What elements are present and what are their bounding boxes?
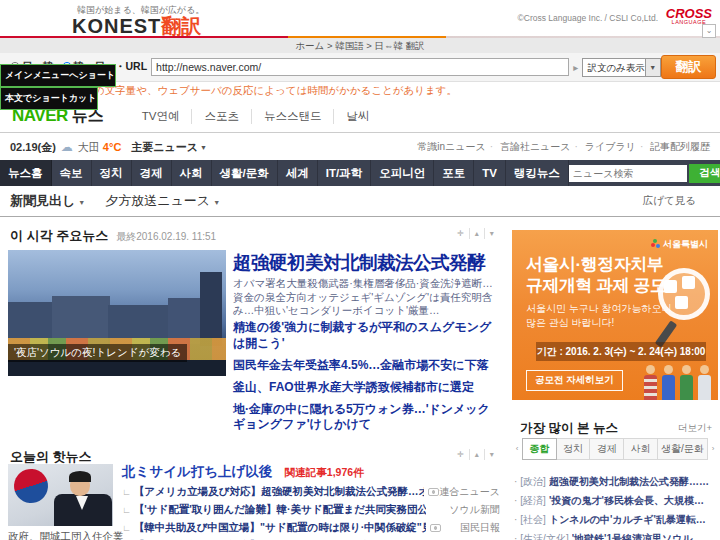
translate-button[interactable]: 翻訳 [661,55,716,79]
news-source[interactable]: 国民日報 [460,521,500,535]
city-label: 大田 [78,140,100,155]
seoul-city-ad-banner[interactable]: 서울특별시 서울시·행정자치부 규제개혁 과제 공모 서울시민 누구나 참여가능… [512,230,718,400]
category-label: [政治] [520,475,546,489]
go-arrow-icon[interactable]: ▸ [573,62,578,73]
nav-news-home[interactable]: 뉴스홈 [0,160,52,186]
news-link[interactable]: 国民年金去年受益率4.5%…金融市場不安に下落 [233,358,501,374]
tick-icon: ∟ [122,487,131,497]
link-article-history[interactable]: 記事配列履歴 [650,141,710,152]
hot-news-photo[interactable] [8,464,113,526]
evening-broadcast-dropdown[interactable]: 夕方放送ニュース▼ [105,192,220,210]
date-bar-links: 常識inニュース· 言論社ニュース· ライブラリ· 記事配列履歴 [417,140,710,154]
collapse-icon[interactable]: ▴ [470,449,485,460]
hot-news-link[interactable]: 【'サド配置'取り囲んだ論難】韓·美サド配置まだ共同実務団公式協の ... [134,503,426,517]
tab-economy[interactable]: 경제 [590,438,624,460]
newspaper-headlines-dropdown[interactable]: 新聞見出し▼ [10,192,85,210]
most-viewed-link[interactable]: トンネルの中'カルチギ'乱暴運転… [549,513,706,527]
main-headline[interactable]: 超強硬初美対北制裁法公式発酵 [233,250,503,275]
photo-caption[interactable]: '夜店'ソウルの夜!トレンドが変わる [8,344,187,362]
news-link[interactable]: 釜山、FAO世界水産大学誘致候補都市に選定 [233,380,501,396]
related-articles-count[interactable]: 関連記事1,976件 [285,466,364,478]
naver-header: NAVER 뉴스 TV연예 스포츠 뉴스스탠드 날씨 [0,100,720,133]
refresh-icon[interactable]: ✛ [452,228,470,239]
most-viewed-item: · [社会] トンネルの中'カルチギ'乱暴運転… [514,510,718,529]
ad-title-line2: 규제개혁 과제 공모 [526,274,666,297]
date-bar: 02.19(金) ☁ 大田 4°C 主要ニュース ▼ 常識inニュース· 言論社… [0,134,720,160]
link-tv-enter[interactable]: TV연예 [130,109,193,124]
ad-period: 기간 : 2016. 2. 3(수) ~ 2. 24(수) 18:00 [536,342,706,361]
main-article-photo[interactable]: '夜店'ソウルの夜!トレンドが変わる [8,250,226,376]
news-source[interactable]: 連合ニュース [439,485,500,499]
tab-life-culture[interactable]: 생활/문화 [658,438,708,460]
link-weather[interactable]: 날씨 [334,109,381,124]
expand-icon[interactable]: ▾ [485,449,499,460]
tab-politics[interactable]: 정치 [557,438,591,460]
tab-overall[interactable]: 종합 [522,438,557,460]
hot-news-item: ∟ 【'サド配置'取り囲んだ論難】韓·美サド配置まだ共同実務団公式協の ... … [122,501,500,519]
most-viewed-tabs: ‹ 종합 정치 경제 사회 생활/문화 › [512,438,718,460]
url-label: ・URL [115,60,147,74]
sub-bar: 新聞見出し▼ 夕方放送ニュース▼ 広げて見る [0,186,720,217]
nav-photo[interactable]: 포토 [434,160,474,186]
hot-news-link[interactable]: 【韓中共助及び中国立場】"サド配置の時は限り·中関係破綻"見込みは料... [134,521,426,535]
next-arrow-icon[interactable]: › [708,438,718,460]
chevron-down-icon: ▼ [645,59,660,76]
most-viewed-link[interactable]: '投資の鬼才'移民株会長、大規模… [549,494,704,508]
most-viewed-link[interactable]: 超強硬初美対北制裁法公式発酵…… [549,475,709,489]
most-viewed-item: · [経済] '投資の鬼才'移民株会長、大規模… [514,491,718,510]
korean-flag [10,465,53,508]
seoul-flower-icon [651,243,655,247]
nav-breaking[interactable]: 속보 [52,160,92,186]
weather-cloud-icon: ☁ [61,140,73,154]
temperature-label: 4°C [103,141,121,153]
hot-news-link[interactable]: 【アメリカ立場及び対応】超強硬初美対北制裁法公式発酵…オバマ西... [134,485,424,499]
url-input[interactable] [151,58,569,76]
collapse-icon[interactable]: ▴ [470,228,485,239]
nav-politics[interactable]: 정치 [92,160,132,186]
link-common-news[interactable]: 常識inニュース [417,141,486,152]
nav-it-science[interactable]: IT/과학 [318,160,371,186]
nav-tv[interactable]: TV [474,160,506,186]
more-link[interactable]: 더보기+ [678,422,712,435]
nav-opinion[interactable]: 오피니언 [371,160,434,186]
most-viewed-item: · [政治] 超強硬初美対北制裁法公式発酵…… [514,472,718,491]
ad-detail-button[interactable]: 공모전 자세히보기 [526,370,623,391]
camera-icon [430,524,441,532]
nav-world[interactable]: 세계 [278,160,318,186]
nav-life-culture[interactable]: 생활/문화 [212,160,278,186]
shortcut-body[interactable]: 本文でショートカット> [0,87,98,110]
link-newsstand[interactable]: 뉴스스탠드 [252,109,335,124]
link-press-news[interactable]: 言論社ニュース [500,141,571,152]
refresh-icon[interactable]: ✛ [452,449,470,460]
news-link[interactable]: 精進の後'強力に制裁するが平和のスムグモングは開こう' [233,320,501,351]
konest-logo-trans: 翻訳 [161,15,201,37]
camera-icon [428,488,439,496]
page: 韓国が始まる、韓国が広がる。 KONEST翻訳 ©Cross Language … [0,0,720,540]
link-library[interactable]: ライブラリ [585,141,636,152]
most-viewed-section-title: 가장 많이 본 뉴스 [520,420,618,437]
search-input[interactable] [569,165,687,182]
expand-icon[interactable]: ▾ [485,228,499,239]
expand-toggle-button[interactable]: ⌄ [702,24,716,38]
shortcut-main-menu[interactable]: メインメニューへショート> [0,64,116,87]
main-news-dropdown[interactable]: 主要ニュース [131,140,198,155]
most-viewed-link[interactable]: '地獄鉄'1号線清凉里ソウル… [572,532,703,540]
nav-society[interactable]: 사회 [172,160,212,186]
main-summary: オバマ署名大量殺傷武器·集権層奢侈品·資金洗浄遮断…資金の泉全方向オッテジェギ'… [233,277,501,318]
breadcrumb: ホーム > 韓国語 > 日⇔韓 翻訳 [0,38,720,53]
nav-economy[interactable]: 경제 [132,160,172,186]
copyright-text: ©Cross Language Inc. / CSLI Co,Ltd. [518,13,658,23]
expand-view-link[interactable]: 広げて見る [643,194,696,208]
main-news-links: 精進の後'強力に制裁するが平和のスムグモングは開こう' 国民年金去年受益率4.5… [233,320,501,439]
hot-photo-caption[interactable]: 政府、開城工団入住企業 [8,530,124,540]
display-mode-select[interactable]: 訳文のみ表示 ▼ [582,58,660,77]
link-sports[interactable]: 스포츠 [192,109,252,124]
nav-ranking[interactable]: 랭킹뉴스 [506,160,569,186]
main-news-controls: ✛ ▴ ▾ [452,228,499,239]
prev-arrow-icon[interactable]: ‹ [512,438,522,460]
search-button[interactable]: 검색 [689,164,720,183]
news-source[interactable]: ソウル新聞 [449,503,500,517]
news-link[interactable]: 地·金庫の中に隠れる5万ウォン券…'ドンメックギョングファ'けしかけて [233,402,501,433]
tab-society[interactable]: 사회 [624,438,658,460]
hot-news-headline[interactable]: 北ミサイル打ち上げ以後 [122,464,272,479]
